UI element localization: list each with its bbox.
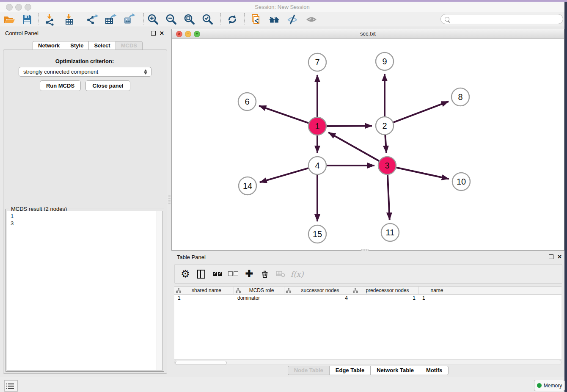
graph-node-15[interactable]: 15 [308,225,326,243]
float-window-icon[interactable] [151,31,156,36]
window-title: Session: New Session [0,4,564,10]
graph-edge-1-2[interactable] [327,126,372,126]
column-header-MCDS-role[interactable]: MCDS role [234,287,284,294]
hide-selected-icon[interactable] [285,12,300,26]
add-column-icon[interactable]: ✚ [242,267,256,281]
graph-edge-2-3[interactable] [385,135,386,153]
table-panel-title: Table Panel [177,254,206,260]
mcds-result-textarea[interactable]: 13 [7,211,163,370]
table-cell: 1 [419,295,455,301]
duplicate-network-icon[interactable] [249,12,263,26]
network-window-title: scc.txt [172,30,564,37]
horizontal-splitter-grip[interactable] [361,249,369,251]
close-panel-icon[interactable]: ✕ [557,254,562,259]
graph-node-11[interactable]: 11 [381,224,399,241]
table-header-row: shared nameMCDS rolesuccessor nodesprede… [174,286,561,295]
graph-node-14[interactable]: 14 [239,177,256,195]
run-mcds-button[interactable]: Run MCDS [40,80,81,91]
graph-node-2[interactable]: 2 [376,117,394,135]
delete-column-icon[interactable] [258,267,272,281]
export-image-icon[interactable] [122,12,136,26]
column-header-successor-nodes[interactable]: successor nodes [284,287,351,294]
tab-node-table[interactable]: Node Table [288,366,329,375]
import-network-icon[interactable] [43,12,57,26]
select-all-icon[interactable] [210,267,225,281]
delete-table-icon [273,267,288,281]
first-neighbors-icon[interactable] [267,12,281,26]
application-window: Session: New Session [0,0,567,392]
tab-edge-table[interactable]: Edge Table [329,366,370,375]
graph-node-8[interactable]: 8 [451,88,469,106]
graph-node-9[interactable]: 9 [376,52,394,70]
column-header-predecessor-nodes[interactable]: predecessor nodes [351,287,419,294]
graph-edge-1-6[interactable] [259,106,308,123]
column-header-name[interactable]: name [419,287,455,294]
deselect-all-icon[interactable] [226,267,240,281]
toolbar-separator [81,13,81,25]
network-graph-svg[interactable]: 7968124314101511 [172,39,564,250]
export-table-icon[interactable] [103,12,118,26]
search-input[interactable] [453,16,559,22]
control-panel-tabs: NetworkStyleSelectMCDS [33,41,143,50]
control-panel-title: Control Panel [5,30,39,36]
graph-node-1[interactable]: 1 [308,117,326,135]
search-icon [445,17,449,22]
graph-edge-3-10[interactable] [396,168,449,179]
function-builder-icon: f(x) [290,267,304,281]
main-toolbar [0,12,564,27]
svg-text:15: 15 [313,229,322,239]
result-scrollbar[interactable] [157,211,162,370]
select-spinner-icon [142,69,149,75]
graph-edge-3-1[interactable] [328,133,379,161]
svg-text:7: 7 [315,58,319,67]
svg-text:3: 3 [385,161,389,170]
graph-node-6[interactable]: 6 [238,93,256,110]
settings-gear-icon[interactable]: ⚙ [178,267,193,281]
mcds-result-box: MCDS result (2 nodes) 13 [6,209,164,372]
task-history-button[interactable] [4,380,18,392]
refresh-icon[interactable] [225,12,239,26]
toolbar-separator [244,13,245,25]
table-horizontal-scrollbar[interactable] [174,360,561,365]
network-canvas[interactable]: 7968124314101511 [172,39,564,250]
close-panel-icon[interactable]: ✕ [160,31,164,36]
export-network-icon[interactable] [85,12,99,26]
zoom-in-icon[interactable] [146,12,160,26]
network-view-window: × − + scc.txt 7968124314101511 [171,29,564,251]
column-selector-icon[interactable] [194,267,208,281]
column-header-shared-name[interactable]: shared name [174,287,234,294]
graph-node-3[interactable]: 3 [378,157,396,174]
graph-edge-3-11[interactable] [388,175,390,220]
memory-button[interactable]: Memory [534,380,565,391]
graph-node-4[interactable]: 4 [308,157,326,174]
svg-text:10: 10 [457,177,466,186]
tab-style[interactable]: Style [65,41,88,50]
vertical-splitter-grip[interactable] [168,195,171,204]
graph-edge-4-14[interactable] [260,168,308,182]
control-panel-buttons: ✕ [151,31,164,36]
graph-edge-2-8[interactable] [394,102,449,123]
tab-motifs[interactable]: Motifs [420,366,449,375]
save-session-icon[interactable] [20,12,34,26]
zoom-selected-icon[interactable] [201,12,215,26]
zoom-fit-icon[interactable] [182,12,197,26]
tab-network[interactable]: Network [33,41,65,50]
close-panel-button[interactable]: Close panel [85,80,130,91]
show-hidden-eye-icon[interactable] [304,12,319,26]
tab-network-table[interactable]: Network Table [370,366,420,375]
network-window-titlebar[interactable]: × − + scc.txt [172,29,564,39]
tab-select[interactable]: Select [88,41,115,50]
optimization-select[interactable]: strongly connected component [19,67,151,77]
table-cell: 1 [351,295,419,301]
tab-mcds[interactable]: MCDS [116,41,143,50]
graph-node-7[interactable]: 7 [308,53,326,71]
scrollbar-thumb[interactable] [175,361,227,365]
search-field[interactable] [440,14,563,24]
column-type-icon [176,288,181,293]
open-file-icon[interactable] [2,12,17,26]
float-window-icon[interactable] [549,254,553,259]
zoom-out-icon[interactable] [164,12,179,26]
graph-node-10[interactable]: 10 [452,173,470,190]
optimization-label: Optimization criterion: [3,58,166,64]
import-table-icon[interactable] [62,12,77,26]
